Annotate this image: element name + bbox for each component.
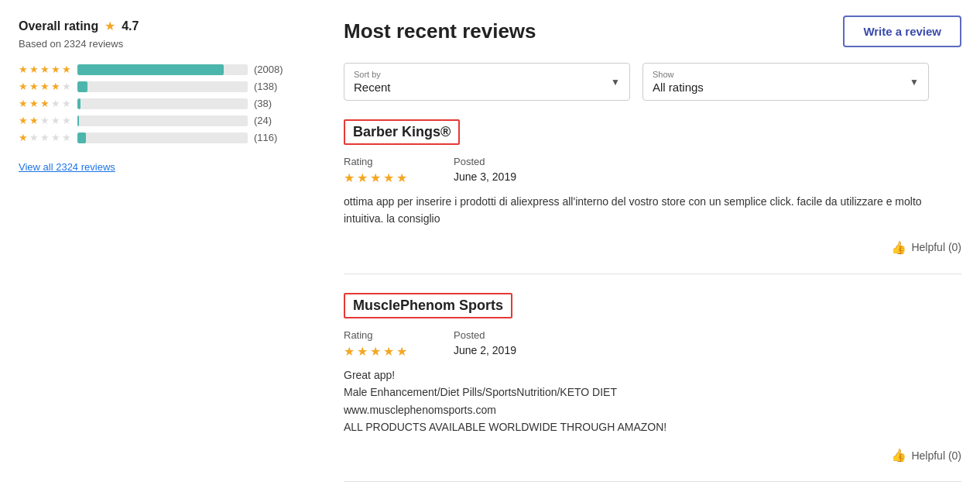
- review-date: June 3, 2019: [454, 170, 516, 183]
- star-icon: ★: [19, 81, 28, 92]
- star-icon: ★: [51, 98, 60, 109]
- show-label: Show: [653, 70, 893, 79]
- rating-bar-row: ★★★★★(24): [19, 115, 313, 126]
- based-on-text: Based on 2324 reviews: [19, 38, 313, 50]
- star-icon: ★: [40, 81, 50, 92]
- bar-fill: [77, 98, 81, 109]
- bar-background: [77, 132, 248, 143]
- bar-fill: [77, 81, 87, 92]
- star-icon: ★: [62, 115, 71, 126]
- star-icon: ★: [370, 170, 381, 185]
- right-header: Most recent reviews Write a review: [344, 15, 961, 47]
- overall-star-icon: ★: [105, 19, 115, 33]
- bar-count: (38): [254, 98, 285, 109]
- review-meta: Rating★★★★★PostedJune 3, 2019: [344, 156, 961, 185]
- rating-stars-small: ★★★★★: [19, 115, 71, 126]
- star-icon: ★: [383, 170, 394, 185]
- bar-count: (138): [254, 81, 285, 92]
- rating-bars: ★★★★★(2008)★★★★★(138)★★★★★(38)★★★★★(24)★…: [19, 64, 313, 143]
- page-container: Overall rating ★ 4.7 Based on 2324 revie…: [0, 0, 980, 499]
- helpful-row: 👍Helpful (0): [344, 240, 961, 255]
- bar-fill: [77, 64, 224, 75]
- show-select-inner: Show All ratings: [653, 70, 893, 94]
- review-stars: ★★★★★: [344, 170, 407, 185]
- sort-dropdown[interactable]: Sort by Recent ▼: [344, 63, 630, 101]
- right-panel: Most recent reviews Write a review Sort …: [344, 15, 961, 499]
- star-icon: ★: [62, 132, 71, 143]
- rating-bar-row: ★★★★★(138): [19, 81, 313, 92]
- reviewer-name: Barber Kings®: [344, 119, 460, 145]
- rating-stars-small: ★★★★★: [19, 132, 71, 143]
- star-icon: ★: [396, 344, 407, 359]
- write-review-button[interactable]: Write a review: [843, 15, 961, 47]
- view-all-link[interactable]: View all 2324 reviews: [19, 161, 115, 173]
- left-panel: Overall rating ★ 4.7 Based on 2324 revie…: [19, 15, 313, 499]
- helpful-row: 👍Helpful (0): [344, 448, 961, 463]
- review-card: Barber Kings®Rating★★★★★PostedJune 3, 20…: [344, 119, 961, 274]
- star-icon: ★: [51, 115, 60, 126]
- review-rating-meta: Rating★★★★★: [344, 156, 407, 185]
- sort-select-inner: Sort by Recent: [354, 70, 595, 94]
- review-date: June 2, 2019: [454, 344, 516, 356]
- helpful-text: Helpful (0): [911, 241, 961, 253]
- star-icon: ★: [383, 344, 394, 359]
- overall-score: 4.7: [122, 19, 139, 33]
- helpful-text: Helpful (0): [911, 449, 961, 462]
- star-icon: ★: [19, 115, 28, 126]
- star-icon: ★: [357, 344, 368, 359]
- filter-row: Sort by Recent ▼ Show All ratings ▼: [344, 63, 961, 101]
- bar-background: [77, 64, 248, 75]
- rating-stars-small: ★★★★★: [19, 98, 71, 109]
- bar-count: (2008): [254, 64, 285, 75]
- star-icon: ★: [62, 64, 71, 75]
- star-icon: ★: [396, 170, 407, 185]
- star-icon: ★: [51, 64, 60, 75]
- show-chevron-down-icon: ▼: [910, 77, 919, 88]
- star-icon: ★: [29, 98, 39, 109]
- star-icon: ★: [29, 64, 39, 75]
- review-card: MusclePhenom SportsRating★★★★★PostedJune…: [344, 293, 961, 483]
- star-icon: ★: [357, 170, 368, 185]
- reviewer-name: MusclePhenom Sports: [344, 293, 512, 318]
- star-icon: ★: [370, 344, 381, 359]
- bar-background: [77, 115, 248, 126]
- star-icon: ★: [19, 132, 28, 143]
- bar-fill: [77, 132, 86, 143]
- star-icon: ★: [29, 115, 39, 126]
- star-icon: ★: [62, 98, 71, 109]
- rating-bar-row: ★★★★★(116): [19, 132, 313, 143]
- show-dropdown[interactable]: Show All ratings ▼: [642, 63, 929, 101]
- star-icon: ★: [344, 344, 355, 359]
- bar-fill: [77, 115, 79, 126]
- star-icon: ★: [19, 98, 28, 109]
- review-meta: Rating★★★★★PostedJune 2, 2019: [344, 329, 961, 359]
- section-title: Most recent reviews: [344, 19, 536, 43]
- rating-stars-small: ★★★★★: [19, 64, 71, 75]
- review-posted-meta: PostedJune 2, 2019: [454, 329, 516, 359]
- rating-bar-row: ★★★★★(38): [19, 98, 313, 109]
- overall-rating-row: Overall rating ★ 4.7: [19, 19, 313, 33]
- posted-label: Posted: [454, 329, 516, 341]
- review-rating-meta: Rating★★★★★: [344, 329, 407, 359]
- star-icon: ★: [19, 64, 28, 75]
- bar-count: (24): [254, 115, 285, 126]
- bar-count: (116): [254, 132, 285, 143]
- overall-rating-label: Overall rating: [19, 19, 98, 33]
- star-icon: ★: [51, 132, 60, 143]
- posted-label: Posted: [454, 156, 516, 167]
- star-icon: ★: [29, 132, 39, 143]
- sort-value: Recent: [354, 81, 391, 94]
- bar-background: [77, 81, 248, 92]
- star-icon: ★: [62, 81, 71, 92]
- sort-label: Sort by: [354, 70, 595, 79]
- star-icon: ★: [40, 64, 50, 75]
- thumbs-up-icon: 👍: [891, 240, 906, 255]
- star-icon: ★: [344, 170, 355, 185]
- sort-chevron-down-icon: ▼: [611, 77, 620, 88]
- star-icon: ★: [51, 81, 60, 92]
- star-icon: ★: [29, 81, 39, 92]
- star-icon: ★: [40, 98, 50, 109]
- rating-bar-row: ★★★★★(2008): [19, 64, 313, 75]
- review-stars: ★★★★★: [344, 344, 407, 359]
- review-posted-meta: PostedJune 3, 2019: [454, 156, 516, 185]
